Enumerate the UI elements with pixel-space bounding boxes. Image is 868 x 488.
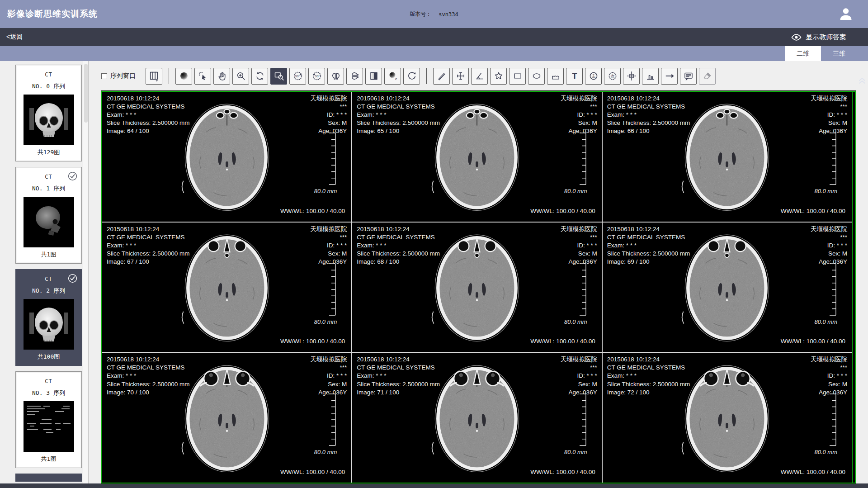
- reset-button[interactable]: [403, 68, 420, 85]
- tile-info-right: 天堰模拟医院***ID: * * *Sex: MAge: 036Y: [811, 225, 847, 266]
- scale-label: 80.0 mm: [814, 188, 837, 194]
- series-count: 共1图: [16, 455, 81, 463]
- tile-age: Age: 036Y: [561, 258, 597, 266]
- tile-datetime: 20150618 10:12:24: [107, 225, 190, 233]
- rotate-right-90-button[interactable]: 90°: [308, 68, 325, 85]
- tile-datetime: 20150618 10:12:24: [357, 225, 440, 233]
- ct-tile-1[interactable]: 20150618 10:12:24CT GE MEDICAL SYSTEMSEx…: [102, 92, 351, 222]
- pan-button[interactable]: [213, 68, 230, 85]
- invert-button[interactable]: [365, 68, 382, 85]
- collapse-toolbar-button[interactable]: [858, 76, 867, 85]
- ellipse-icon: [531, 71, 542, 81]
- primary-mark-button[interactable]: 主: [585, 68, 602, 85]
- user-avatar-button[interactable]: [837, 5, 854, 23]
- crosshair-locate-button[interactable]: [623, 68, 640, 85]
- draw-curve-button[interactable]: [547, 68, 564, 85]
- viewer-scrollbar[interactable]: [852, 92, 855, 483]
- ruler-icon: [326, 132, 337, 185]
- ct-tile-6[interactable]: 20150618 10:12:24CT GE MEDICAL SYSTEMSEx…: [603, 223, 852, 352]
- sidebar-scrollbar[interactable]: [83, 61, 88, 483]
- select-button[interactable]: [194, 68, 211, 85]
- window-layout-button[interactable]: [146, 68, 162, 85]
- region-zoom-button[interactable]: [270, 68, 287, 85]
- text-icon: T: [569, 71, 580, 81]
- tile-hospital: 天堰模拟医院: [310, 225, 347, 233]
- tile-manufacturer: CT GE MEDICAL SYSTEMS: [357, 233, 440, 242]
- series-card-0[interactable]: CTNO. 0 序列共129图: [15, 65, 82, 161]
- tile-sex: Sex: M: [811, 250, 847, 258]
- svg-text:90°: 90°: [315, 75, 320, 78]
- tile-hospital: 天堰模拟医院: [310, 95, 347, 103]
- measure-angle-button[interactable]: [471, 68, 488, 85]
- draw-ellipse-button[interactable]: [528, 68, 545, 85]
- tile-sex: Sex: M: [561, 250, 597, 258]
- draw-arrow-button[interactable]: [661, 68, 678, 85]
- rotate-left-90-button[interactable]: 90°: [289, 68, 306, 85]
- ct-tile-3[interactable]: 20150618 10:12:24CT GE MEDICAL SYSTEMSEx…: [603, 92, 852, 222]
- crosshair-box-icon: [626, 71, 637, 81]
- tile-info-left: 20150618 10:12:24CT GE MEDICAL SYSTEMSEx…: [357, 95, 440, 135]
- ct-tile-7[interactable]: 20150618 10:12:24CT GE MEDICAL SYSTEMSEx…: [102, 353, 351, 483]
- flip-horizontal-button[interactable]: [327, 68, 344, 85]
- flip-vertical-icon: [349, 71, 360, 81]
- ct-brain-image: [427, 355, 527, 481]
- eraser-icon: [702, 71, 713, 81]
- tile-hospital: 天堰模拟医院: [561, 95, 597, 103]
- tile-sex: Sex: M: [310, 119, 347, 127]
- svg-text:90°: 90°: [295, 75, 300, 78]
- window-level-label: WW/WL: 100.00 / 40.00: [280, 469, 345, 475]
- reset-icon: [406, 71, 417, 81]
- tab-2d[interactable]: 二维: [785, 46, 821, 61]
- series-list: CTNO. 0 序列共129图CTNO. 1 序列共1图CTNO. 2 序列共1…: [0, 61, 88, 468]
- series-count: 共1图: [16, 251, 81, 259]
- pseudo-color-button[interactable]: c: [384, 68, 401, 85]
- tile-slice-thickness: Slice Thickness: 2.500000 mm: [107, 119, 190, 127]
- tile-slice-thickness: Slice Thickness: 2.500000 mm: [357, 250, 440, 258]
- tile-datetime: 20150618 10:12:24: [607, 95, 690, 103]
- series-card-1[interactable]: CTNO. 1 序列共1图: [15, 167, 82, 264]
- tile-age: Age: 036Y: [310, 389, 347, 397]
- tab-3d[interactable]: 三维: [821, 46, 857, 61]
- checkbox-box-icon[interactable]: [101, 73, 107, 79]
- add-text-button[interactable]: T: [566, 68, 583, 85]
- tile-age: Age: 036Y: [811, 258, 847, 266]
- window-level-button[interactable]: [175, 68, 192, 85]
- rotate-button[interactable]: [251, 68, 268, 85]
- magnify-button[interactable]: [232, 68, 249, 85]
- tile-exam: Exam: * * *: [357, 111, 440, 119]
- content: CTNO. 0 序列共129图CTNO. 1 序列共1图CTNO. 2 序列共1…: [0, 61, 868, 483]
- mark-star-button[interactable]: [490, 68, 507, 85]
- measure-line-button[interactable]: [433, 68, 450, 85]
- sub-header: <返回 显示教师答案: [0, 28, 868, 46]
- sidebar-scrollbar-thumb[interactable]: [84, 64, 88, 123]
- ct-tile-9[interactable]: 20150618 10:12:24CT GE MEDICAL SYSTEMSEx…: [603, 353, 852, 483]
- tile-image-index: Image: 68 / 100: [357, 258, 440, 266]
- rotate-left-90-icon: 90°: [292, 71, 303, 81]
- secondary-mark-button[interactable]: 次: [604, 68, 621, 85]
- ct-tile-8[interactable]: 20150618 10:12:24CT GE MEDICAL SYSTEMSEx…: [352, 353, 601, 483]
- scale-label: 80.0 mm: [814, 449, 837, 455]
- remark-button[interactable]: [680, 68, 697, 85]
- measure-cross-button[interactable]: [452, 68, 469, 85]
- profile-histogram-button[interactable]: [642, 68, 659, 85]
- series-sidebar: CTNO. 0 序列共129图CTNO. 1 序列共1图CTNO. 2 序列共1…: [0, 61, 89, 483]
- tile-manufacturer: CT GE MEDICAL SYSTEMS: [107, 233, 190, 242]
- draw-rectangle-button[interactable]: [509, 68, 526, 85]
- back-button[interactable]: <返回: [6, 33, 23, 41]
- series-window-checkbox[interactable]: 序列窗口: [101, 72, 136, 80]
- toolbar: 序列窗口 90°90°cT主次: [89, 61, 868, 91]
- series-card-3[interactable]: CTNO. 3 序列共1图: [15, 371, 82, 468]
- ct-brain-image: [677, 355, 777, 481]
- series-card-2[interactable]: CTNO. 2 序列共100图: [15, 269, 82, 366]
- show-teacher-answer-button[interactable]: 显示教师答案: [791, 33, 846, 42]
- series-card-partial[interactable]: [15, 474, 82, 482]
- ct-tile-4[interactable]: 20150618 10:12:24CT GE MEDICAL SYSTEMSEx…: [102, 223, 351, 352]
- ct-tile-5[interactable]: 20150618 10:12:24CT GE MEDICAL SYSTEMSEx…: [352, 223, 601, 352]
- arrow-icon: [664, 71, 675, 81]
- svg-text:c: c: [395, 77, 397, 81]
- tile-slice-thickness: Slice Thickness: 2.500000 mm: [107, 250, 190, 258]
- ct-tile-2[interactable]: 20150618 10:12:24CT GE MEDICAL SYSTEMSEx…: [352, 92, 601, 222]
- ruler-icon: [826, 132, 837, 185]
- tile-image-index: Image: 69 / 100: [607, 258, 690, 266]
- flip-vertical-button[interactable]: [346, 68, 363, 85]
